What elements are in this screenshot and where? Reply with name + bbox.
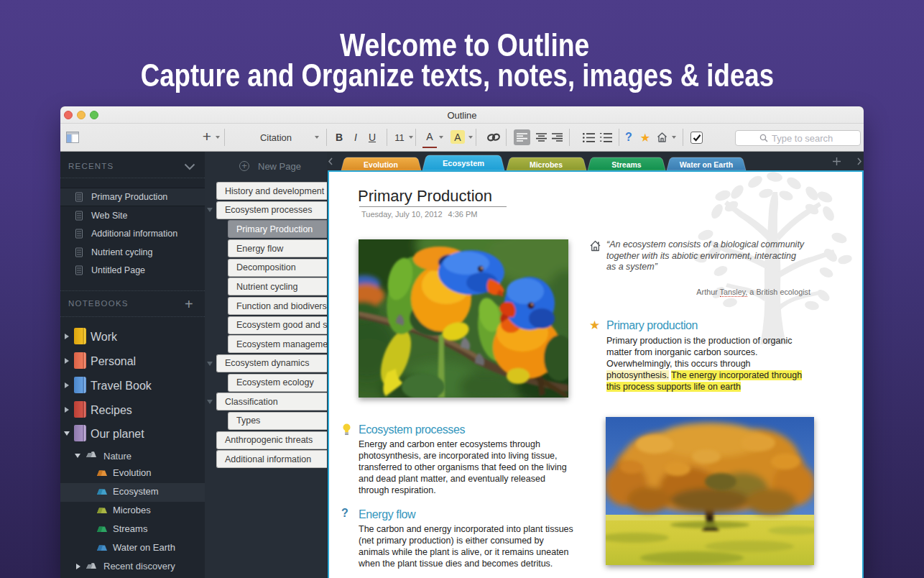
svg-text:Ecosystem: Ecosystem [443, 159, 484, 168]
svg-text:Streams: Streams [611, 160, 642, 169]
svg-text:Evolution: Evolution [364, 160, 398, 169]
svg-text:Microbes: Microbes [530, 160, 563, 169]
svg-text:Water on Earth: Water on Earth [680, 160, 733, 169]
